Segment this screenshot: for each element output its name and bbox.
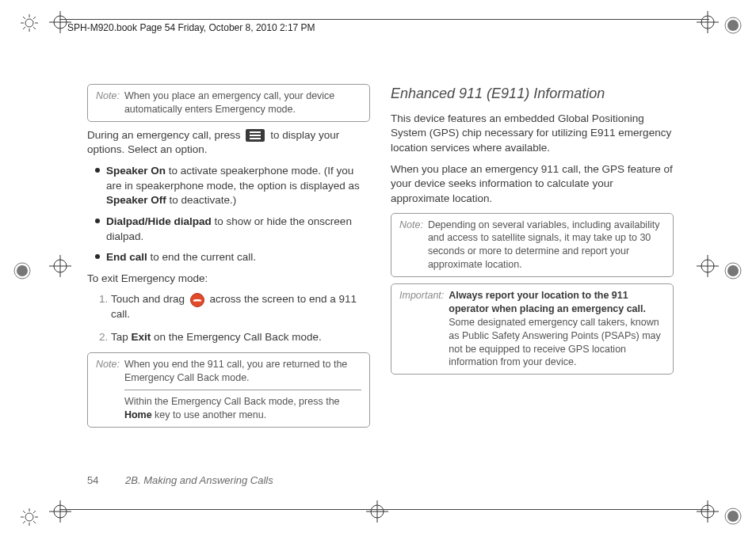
list-item: Tap Exit on the Emergency Call Back mode… — [111, 330, 370, 345]
text: on the Emergency Call Back mode. — [151, 331, 321, 343]
text-bold: End call — [106, 251, 147, 263]
note-label: Note: — [399, 219, 423, 272]
header-rule — [59, 19, 709, 20]
text: to end the current call. — [147, 251, 256, 263]
cropmark-sun-icon — [21, 14, 38, 32]
registration-mark-icon — [697, 500, 719, 523]
cropmark-disc-icon — [724, 507, 743, 526]
text-bold: Speaker On — [106, 165, 166, 177]
paragraph: To exit Emergency mode: — [87, 272, 370, 287]
svg-line-15 — [33, 521, 36, 523]
svg-line-14 — [23, 511, 25, 513]
svg-line-16 — [23, 521, 25, 523]
registration-mark-icon — [49, 500, 71, 523]
text: key to use another menu. — [152, 409, 267, 420]
list-item: End call to end the current call. — [95, 250, 370, 265]
text-bold: Exit — [132, 331, 151, 343]
section-title: 2B. Making and Answering Calls — [125, 474, 273, 486]
divider — [124, 390, 361, 390]
text: to deactivate.) — [166, 194, 237, 206]
svg-point-0 — [25, 19, 33, 27]
text-bold: Speaker Off — [106, 194, 166, 206]
svg-point-23 — [727, 511, 739, 522]
text-bold: Always report your location to the 911 o… — [449, 290, 646, 314]
important-text: Always report your location to the 911 o… — [449, 289, 665, 369]
list-item: Touch and drag across the screen to end … — [111, 292, 370, 321]
registration-mark-icon — [697, 255, 719, 277]
note-box: Note: When you place an emergency call, … — [87, 84, 370, 122]
note-text: When you end the 911 call, you are retur… — [124, 358, 361, 422]
text-bold: Home — [124, 409, 152, 420]
svg-rect-50 — [250, 138, 261, 139]
cropmark-sun-icon — [21, 508, 38, 526]
bullet-list: Speaker On to activate speakerphone mode… — [87, 164, 370, 265]
svg-rect-48 — [250, 131, 261, 133]
svg-rect-49 — [250, 135, 261, 136]
text: Touch and drag — [111, 293, 188, 305]
registration-mark-icon — [697, 11, 719, 33]
cropmark-disc-icon — [724, 261, 743, 280]
svg-line-8 — [33, 17, 36, 19]
running-head: SPH-M920.book Page 54 Friday, October 8,… — [67, 22, 315, 33]
text: When you end the 911 call, you are retur… — [124, 358, 361, 385]
numbered-list: Touch and drag across the screen to end … — [87, 292, 370, 344]
paragraph: During an emergency call, press to displ… — [87, 128, 370, 158]
note-label: Note: — [96, 89, 120, 116]
menu-icon — [246, 129, 265, 142]
cropmark-disc-icon — [13, 261, 32, 280]
svg-point-21 — [727, 265, 739, 276]
text: Within the Emergency Call Back mode, pre… — [124, 395, 361, 422]
list-item: Speaker On to activate speakerphone mode… — [95, 164, 370, 208]
page-number: 54 — [87, 474, 98, 486]
text: Tap — [111, 331, 132, 343]
text-bold: Dialpad/Hide dialpad — [106, 215, 212, 227]
important-label: Important: — [399, 289, 444, 369]
page-footer: 54 2B. Making and Answering Calls — [87, 474, 273, 486]
svg-line-5 — [23, 17, 25, 19]
svg-line-6 — [33, 27, 36, 29]
content-columns: Note: When you place an emergency call, … — [87, 84, 674, 434]
note-box: Note: Depending on several variables, in… — [391, 213, 674, 278]
svg-point-25 — [17, 265, 28, 276]
paragraph: This device features an embedded Global … — [391, 112, 674, 156]
text: Some designated emergency call takers, k… — [449, 317, 660, 368]
column-left: Note: When you place an emergency call, … — [87, 84, 370, 434]
text: Within the Emergency Call Back mode, pre… — [124, 396, 340, 407]
column-right: Enhanced 911 (E911) Information This dev… — [391, 84, 674, 434]
svg-point-19 — [727, 20, 739, 31]
svg-line-7 — [23, 27, 25, 29]
paragraph: When you place an emergency 911 call, th… — [391, 162, 674, 207]
cropmark-disc-icon — [724, 16, 743, 35]
note-box: Note: When you end the 911 call, you are… — [87, 352, 370, 428]
svg-point-9 — [25, 513, 33, 521]
note-text: Depending on several variables, includin… — [428, 219, 665, 272]
note-text: When you place an emergency call, your d… — [124, 89, 361, 116]
registration-mark-icon — [49, 255, 71, 277]
important-box: Important: Always report your location t… — [391, 283, 674, 375]
svg-line-17 — [33, 511, 36, 513]
list-item: Dialpad/Hide dialpad to show or hide the… — [95, 215, 370, 244]
text: During an emergency call, press — [87, 129, 241, 141]
note-label: Note: — [96, 358, 120, 422]
endcall-icon — [190, 293, 204, 307]
footer-rule — [59, 509, 709, 510]
registration-mark-icon — [366, 500, 388, 523]
page: SPH-M920.book Page 54 Friday, October 8,… — [0, 0, 756, 540]
section-heading: Enhanced 911 (E911) Information — [391, 84, 674, 104]
